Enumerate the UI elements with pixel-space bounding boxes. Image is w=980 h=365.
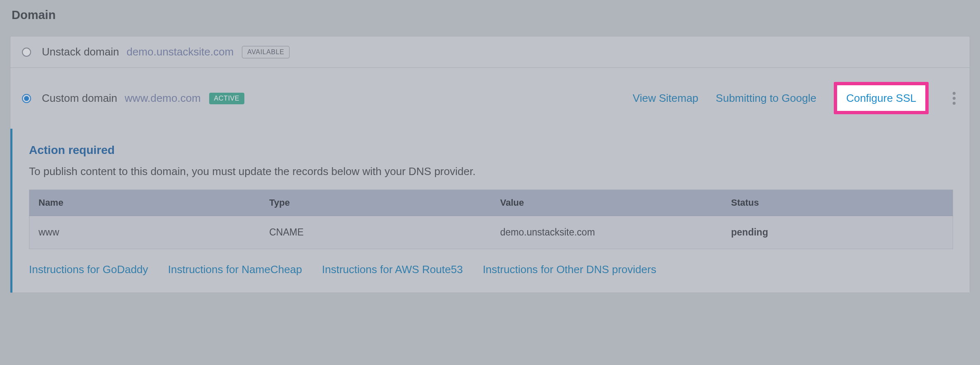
configure-ssl-highlight: Configure SSL (834, 92, 929, 105)
view-sitemap-link[interactable]: View Sitemap (633, 92, 699, 105)
table-header-row: Name Type Value Status (29, 190, 953, 216)
cell-type: CNAME (260, 216, 491, 249)
available-badge: AVAILABLE (242, 46, 290, 58)
configure-ssl-link[interactable]: Configure SSL (846, 92, 916, 104)
domain-actions: View Sitemap Submitting to Google Config… (633, 89, 958, 107)
cell-name: www (29, 216, 261, 249)
custom-domain-url: www.demo.com (125, 92, 201, 105)
table-row: www CNAME demo.unstacksite.com pending (29, 216, 953, 249)
instructions-other-link[interactable]: Instructions for Other DNS providers (483, 263, 656, 276)
instruction-links: Instructions for GoDaddy Instructions fo… (29, 263, 953, 276)
instructions-godaddy-link[interactable]: Instructions for GoDaddy (29, 263, 148, 276)
instructions-route53-link[interactable]: Instructions for AWS Route53 (322, 263, 463, 276)
domain-panel: Unstack domain demo.unstacksite.com AVAI… (10, 36, 970, 293)
col-status-header: Status (722, 190, 953, 216)
radio-custom[interactable] (22, 94, 31, 103)
custom-domain-label: Custom domain (42, 92, 117, 105)
custom-domain-row[interactable]: Custom domain www.demo.com ACTIVE View S… (10, 68, 970, 129)
action-required-panel: Action required To publish content to th… (10, 129, 970, 293)
active-badge: ACTIVE (209, 93, 244, 104)
action-required-description: To publish content to this domain, you m… (29, 165, 953, 178)
section-title: Domain (12, 8, 970, 22)
col-type-header: Type (260, 190, 491, 216)
configure-ssl-box: Configure SSL (834, 82, 929, 114)
col-name-header: Name (29, 190, 261, 216)
instructions-namecheap-link[interactable]: Instructions for NameCheap (168, 263, 302, 276)
submit-google-link[interactable]: Submitting to Google (716, 92, 816, 105)
action-required-title: Action required (29, 144, 953, 157)
unstack-domain-row[interactable]: Unstack domain demo.unstacksite.com AVAI… (10, 36, 970, 68)
unstack-domain-url: demo.unstacksite.com (126, 46, 234, 58)
dns-records-table: Name Type Value Status www CNAME demo.un… (29, 190, 953, 249)
more-menu-icon[interactable] (950, 89, 958, 107)
cell-status: pending (722, 216, 953, 249)
radio-unstack[interactable] (22, 48, 31, 57)
unstack-domain-label: Unstack domain (42, 46, 119, 58)
cell-value: demo.unstacksite.com (491, 216, 722, 249)
col-value-header: Value (491, 190, 722, 216)
